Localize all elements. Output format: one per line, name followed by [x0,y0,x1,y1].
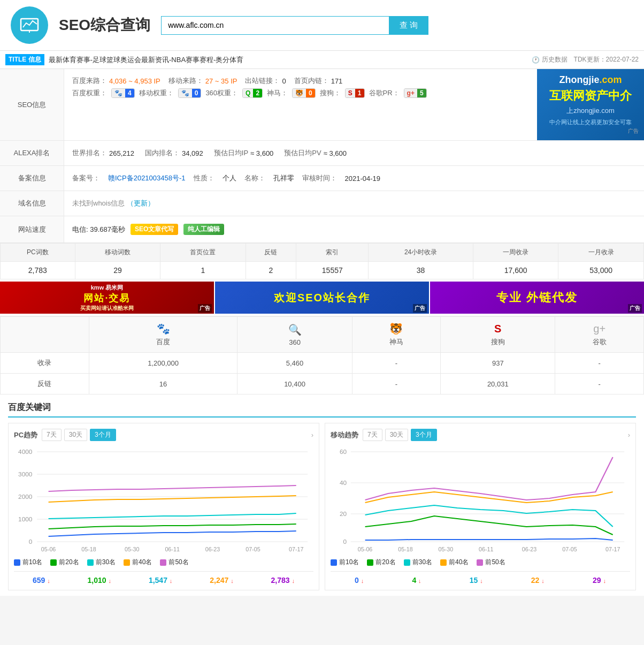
site-title: SEO综合查询 [59,15,150,35]
legend-dot-mobile-top40 [440,559,447,566]
legend-dot-pc-top10 [14,559,20,566]
svg-text:40: 40 [340,480,347,486]
index-sougou-shoulu: 937 [441,353,555,374]
ad-tag: 广告 [628,127,639,135]
ad-banner-zhongjie[interactable]: Zhongjie.com 互联网资产中介 上zhongjie.com 中介网让线… [537,69,644,140]
legend-dot-mobile-top10 [331,559,337,566]
daily-ip: 预估日均IP ≈ 3,600 [214,148,274,158]
stats-header-3: 反链 [246,244,296,262]
title-meta: 🕐 历史数据 TDK更新：2022-07-22 [532,55,639,64]
domain-content: 未找到whois信息 （更新） [64,191,644,216]
index-row-shoulu: 收录 1,200,000 5,460 - 937 - [1,353,644,374]
mobile-chart-container: 移动趋势 7天 30天 3个月 › [325,423,636,590]
search-button[interactable]: 查 询 [389,16,428,35]
alexa-label: ALEXA排名 [0,141,64,165]
svg-text:06-11: 06-11 [165,547,180,552]
svg-text:1000: 1000 [18,516,32,522]
stat-1week: 17,600 [473,262,558,279]
seo-section-content: 百度来路： 4,036 ~ 4,953 IP 移动来路： 27 ~ 35 IP … [64,69,537,140]
svg-text:05-18: 05-18 [81,547,96,552]
index-google-fanchain: - [555,374,644,394]
mobile-chart-nav-icon[interactable]: › [628,431,630,439]
svg-text:4000: 4000 [18,449,32,455]
index-label-fanchain: 反链 [1,374,89,394]
legend-mobile-top10: 前10名 [331,558,359,567]
keyword-section: 百度关键词 PC趋势 7天 30天 3个月 › [0,397,644,596]
pc-tab-3months[interactable]: 3个月 [90,429,116,441]
homepage-links-item: 首页内链： 171 [294,76,343,86]
legend-dot-pc-top30 [87,559,94,566]
speed-badge-2[interactable]: 纯人工编辑 [183,224,224,235]
ad-banners-row: kmw 易米网 网站·交易 买卖网站请认准酷米网 广告 欢迎SEO站长合作 广告… [0,279,644,316]
pc-keyword-stats: 659 ↓ 1,010 ↓ 1,547 ↓ 2,247 ↓ 2,783 ↓ [14,571,313,585]
mobile-tab-3months[interactable]: 3个月 [411,429,437,441]
seo-section: SEO信息 百度来路： 4,036 ~ 4,953 IP 移动来路： 27 ~ … [0,69,644,141]
svg-text:0: 0 [343,538,347,545]
legend-mobile-top50: 前50名 [477,558,505,567]
index-360-shoulu: 5,460 [237,353,352,374]
pc-chart-area: 4000 3000 2000 1000 0 05-06 05-18 05-30 … [14,446,313,553]
pc-chart-svg: 4000 3000 2000 1000 0 05-06 05-18 05-30 … [14,446,313,553]
beian-section: 备案信息 备案号： 赣ICP备2021003458号-1 性质： 个人 名称： … [0,166,644,191]
beian-number[interactable]: 赣ICP备2021003458号-1 [108,173,186,183]
alexa-row: 世界排名： 265,212 国内排名： 34,092 预估日均IP ≈ 3,60… [72,145,636,161]
ad-brand: kmw 易米网 [80,284,134,292]
pc-tab-7days[interactable]: 7天 [42,429,62,441]
stat-24h: 38 [369,262,473,279]
world-rank: 世界排名： 265,212 [72,148,134,158]
outbound-links-item: 出站链接： 0 [245,76,286,86]
svg-text:05-06: 05-06 [358,547,373,552]
mobile-chart-area: 60 40 20 0 05-06 05-18 05-30 06-11 06-23… [331,446,630,553]
baidu-weight-badge: 🐾 4 [111,88,135,98]
google-icon: g+ [593,323,605,335]
360-search-icon: 🔍 [288,323,302,336]
title-bar: TITLE 信息 最新体育赛事-足球篮球奥运会最新资讯-NBA赛事赛程-奥分体育… [0,51,644,69]
index-header-360: 🔍 360 [237,317,352,353]
sougou-badge: S 1 [345,88,365,98]
stats-header-4: 索引 [296,244,369,262]
index-header-google: g+ 谷歌 [555,317,644,353]
pc-chart-nav-icon[interactable]: › [311,431,313,439]
svg-text:05-18: 05-18 [398,547,413,552]
pc-tab-30days[interactable]: 30天 [64,429,87,441]
ad-tag-3: 广告 [628,304,642,313]
alexa-content: 世界排名： 265,212 国内排名： 34,092 预估日均IP ≈ 3,60… [64,141,644,165]
stats-header-7: 一月收录 [558,244,644,262]
search-bar: 查 询 [161,16,428,35]
stats-header-6: 一周收录 [473,244,558,262]
index-shenma-fanchain: - [352,374,441,394]
index-header-empty [1,317,89,353]
index-header-sougou: S 搜狗 [441,317,555,353]
svg-text:05-30: 05-30 [125,547,140,552]
stat-pc-words: 2,783 [1,262,75,279]
ad-banner-waichain[interactable]: 专业 外链代发 广告 [430,282,644,314]
svg-text:07-05: 07-05 [246,547,260,552]
mobile-tab-30days[interactable]: 30天 [385,429,408,441]
index-shenma-shoulu: - [352,353,441,374]
index-sougou-fanchain: 20,031 [441,374,555,394]
history-button[interactable]: 🕐 历史数据 [532,55,568,64]
ad-banner-kmw[interactable]: kmw 易米网 网站·交易 买卖网站请认准酷米网 广告 [0,282,214,314]
kw-stat-mobile-20: 4 ↓ [412,576,421,585]
svg-text:0: 0 [29,538,33,545]
logo [11,6,48,44]
search-input[interactable] [161,16,389,35]
baidu-paw-icon: 🐾 [157,322,170,335]
ad-banner-seo[interactable]: 欢迎SEO站长合作 广告 [215,282,429,314]
stats-header-2: 首页位置 [160,244,246,262]
speed-badge-1[interactable]: SEO文章代写 [131,224,178,235]
mobile-tab-7days[interactable]: 7天 [363,429,382,441]
domain-update-link[interactable]: （更新） [127,199,155,207]
legend-dot-mobile-top50 [477,559,483,566]
mobile-traffic-item: 移动来路： 27 ~ 35 IP [168,76,237,86]
kw-stat-pc-40: 2,247 ↓ [210,576,233,585]
speed-section: 网站速度 电信: 39.687毫秒 SEO文章代写 纯人工编辑 [0,216,644,243]
ad-waichain-text: 专业 外链代发 [496,290,578,306]
baidu-traffic-item: 百度来路： 4,036 ~ 4,953 IP [72,76,160,86]
mobile-chart-svg: 60 40 20 0 05-06 05-18 05-30 06-11 06-23… [331,446,630,553]
beian-row: 备案号： 赣ICP备2021003458号-1 性质： 个人 名称： 孔祥零 审… [72,170,636,186]
kw-stat-mobile-30: 15 ↓ [470,576,483,585]
index-row-fanchain: 反链 16 10,400 - 20,031 - [1,374,644,394]
legend-pc-top10: 前10名 [14,558,42,567]
index-baidu-shoulu: 1,200,000 [89,353,237,374]
